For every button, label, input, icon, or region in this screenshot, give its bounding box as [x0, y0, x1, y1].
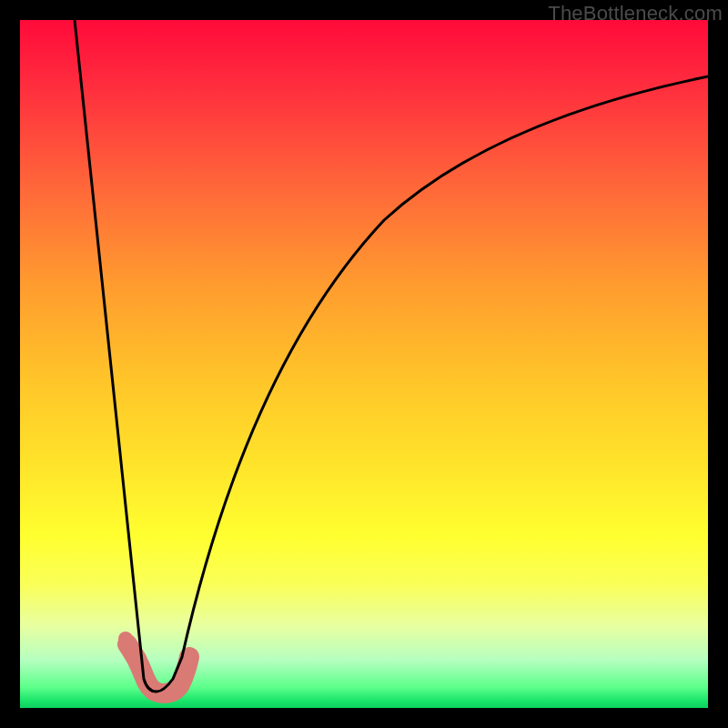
- chart-frame: [20, 20, 708, 708]
- marker-dot-1: [118, 632, 133, 646]
- marker-shape: [127, 644, 189, 693]
- chart-svg: [20, 20, 708, 708]
- bottleneck-curve: [75, 20, 708, 692]
- plot-area: [20, 20, 708, 708]
